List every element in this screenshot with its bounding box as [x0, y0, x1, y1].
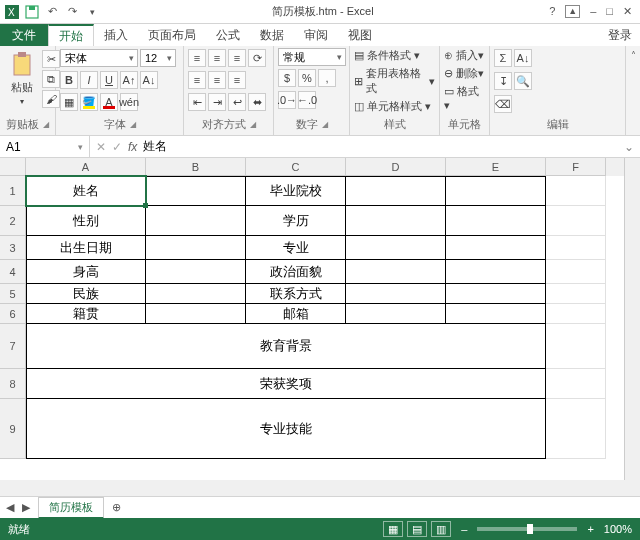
cell[interactable] [146, 260, 246, 284]
row-header[interactable]: 7 [0, 324, 26, 369]
fill-color-button[interactable]: 🪣 [80, 93, 98, 111]
cell[interactable] [546, 176, 606, 206]
font-size-combo[interactable]: ▾ [140, 49, 176, 67]
tab-formulas[interactable]: 公式 [206, 24, 250, 46]
fill-icon[interactable]: ↧ [494, 72, 512, 90]
vertical-scrollbar[interactable] [624, 158, 640, 480]
maximize-button[interactable]: □ [606, 5, 613, 18]
page-break-view-icon[interactable]: ▥ [431, 521, 451, 537]
border-button[interactable]: ▦ [60, 93, 78, 111]
font-name-input[interactable] [61, 52, 126, 64]
tab-review[interactable]: 审阅 [294, 24, 338, 46]
zoom-in-button[interactable]: + [587, 523, 593, 535]
format-cells-button[interactable]: ▭ 格式▾ [444, 84, 485, 112]
cell[interactable] [346, 176, 446, 206]
chevron-down-icon[interactable]: ▾ [334, 52, 345, 62]
cell[interactable] [546, 304, 606, 324]
redo-icon[interactable]: ↷ [64, 4, 80, 20]
decrease-indent-icon[interactable]: ⇤ [188, 93, 206, 111]
sort-filter-icon[interactable]: A↓ [514, 49, 532, 67]
orientation-icon[interactable]: ⟳ [248, 49, 266, 67]
cell[interactable]: 性别 [26, 206, 146, 236]
sheet-tab[interactable]: 简历模板 [38, 497, 104, 519]
row-header[interactable]: 4 [0, 260, 26, 284]
increase-indent-icon[interactable]: ⇥ [208, 93, 226, 111]
dialog-launcher-icon[interactable]: ◢ [43, 120, 49, 129]
font-size-input[interactable] [141, 52, 164, 64]
cell[interactable]: 政治面貌 [246, 260, 346, 284]
add-sheet-button[interactable]: ⊕ [112, 501, 121, 514]
percent-icon[interactable]: % [298, 69, 316, 87]
sheet-nav-prev[interactable]: ◀ [6, 501, 14, 514]
decrease-decimal-icon[interactable]: ←.0 [298, 91, 316, 109]
cell[interactable]: 联系方式 [246, 284, 346, 304]
cell[interactable] [146, 176, 246, 206]
cell[interactable] [546, 324, 606, 369]
help-icon[interactable]: ? [549, 5, 555, 18]
column-header[interactable]: B [146, 158, 246, 176]
collapse-ribbon-icon[interactable]: ˄ [631, 50, 636, 61]
cell[interactable] [346, 260, 446, 284]
cell-styles-button[interactable]: ◫单元格样式▾ [354, 99, 431, 114]
fx-icon[interactable]: fx [128, 140, 137, 154]
format-as-table-button[interactable]: ⊞套用表格格式▾ [354, 66, 435, 96]
italic-button[interactable]: I [80, 71, 98, 89]
cell[interactable]: 身高 [26, 260, 146, 284]
minimize-button[interactable]: – [590, 5, 596, 18]
cell[interactable] [446, 236, 546, 260]
cancel-icon[interactable]: ✕ [96, 140, 106, 154]
insert-cells-button[interactable]: ⊕ 插入▾ [444, 48, 484, 63]
cell[interactable]: 姓名 [26, 176, 146, 206]
column-header[interactable]: E [446, 158, 546, 176]
cell[interactable] [546, 236, 606, 260]
tab-page-layout[interactable]: 页面布局 [138, 24, 206, 46]
cell[interactable]: 专业技能 [26, 399, 546, 459]
close-button[interactable]: ✕ [623, 5, 632, 18]
save-icon[interactable] [24, 4, 40, 20]
cell[interactable] [446, 176, 546, 206]
cell[interactable] [346, 206, 446, 236]
increase-decimal-icon[interactable]: .0→ [278, 91, 296, 109]
tab-view[interactable]: 视图 [338, 24, 382, 46]
phonetic-button[interactable]: wén [120, 93, 138, 111]
cell[interactable] [546, 206, 606, 236]
cell[interactable]: 出生日期 [26, 236, 146, 260]
dialog-launcher-icon[interactable]: ◢ [130, 120, 136, 129]
comma-icon[interactable]: , [318, 69, 336, 87]
delete-cells-button[interactable]: ⊖ 删除▾ [444, 66, 484, 81]
find-icon[interactable]: 🔍 [514, 72, 532, 90]
column-header[interactable]: F [546, 158, 606, 176]
dialog-launcher-icon[interactable]: ◢ [322, 120, 328, 129]
align-middle-icon[interactable]: ≡ [208, 49, 226, 67]
chevron-down-icon[interactable]: ▾ [78, 142, 83, 152]
cell[interactable] [446, 304, 546, 324]
row-header[interactable]: 8 [0, 369, 26, 399]
row-header[interactable]: 2 [0, 206, 26, 236]
clear-icon[interactable]: ⌫ [494, 95, 512, 113]
cell[interactable] [546, 399, 606, 459]
tab-data[interactable]: 数据 [250, 24, 294, 46]
align-center-icon[interactable]: ≡ [208, 71, 226, 89]
cell[interactable]: 荣获奖项 [26, 369, 546, 399]
cell[interactable]: 毕业院校 [246, 176, 346, 206]
align-bottom-icon[interactable]: ≡ [228, 49, 246, 67]
underline-button[interactable]: U [100, 71, 118, 89]
zoom-out-button[interactable]: – [461, 523, 467, 535]
ribbon-display-options-icon[interactable]: ▲ [565, 5, 580, 18]
cell[interactable]: 籍贯 [26, 304, 146, 324]
font-color-button[interactable]: A [100, 93, 118, 111]
chevron-down-icon[interactable]: ▾ [126, 53, 137, 63]
row-header[interactable]: 5 [0, 284, 26, 304]
column-header[interactable]: C [246, 158, 346, 176]
column-header[interactable]: D [346, 158, 446, 176]
cell[interactable]: 民族 [26, 284, 146, 304]
font-name-combo[interactable]: ▾ [60, 49, 138, 67]
number-format-combo[interactable]: ▾ [278, 48, 346, 66]
paste-button[interactable]: 粘贴 ▾ [4, 48, 40, 108]
cell[interactable] [546, 369, 606, 399]
cell[interactable] [446, 284, 546, 304]
currency-icon[interactable]: $ [278, 69, 296, 87]
sign-in-label[interactable]: 登录 [600, 24, 640, 46]
cell[interactable] [546, 284, 606, 304]
tab-insert[interactable]: 插入 [94, 24, 138, 46]
